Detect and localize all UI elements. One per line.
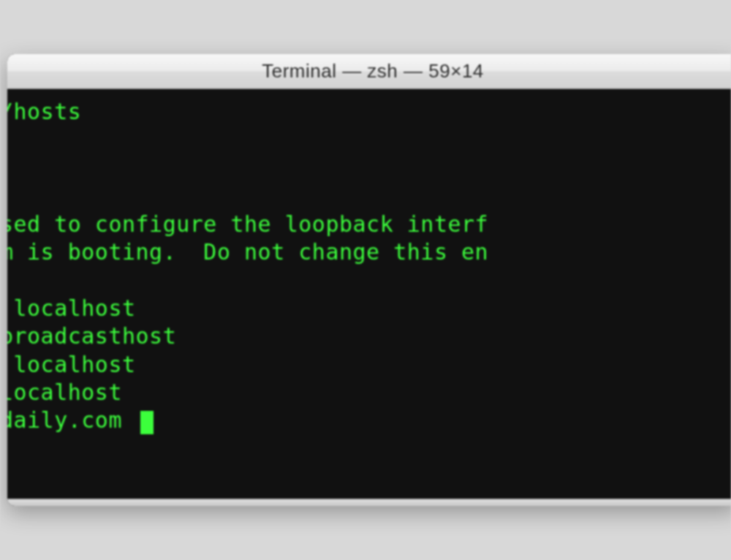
window-title: Terminal — zsh — 59×14 (262, 60, 484, 83)
terminal-window: Terminal — zsh — 59×14 at /etc/hosts tab… (7, 54, 731, 506)
terminal-line: e system is booting. Do not change this … (7, 239, 488, 265)
terminal-line: ool osxdaily.com (7, 407, 136, 433)
terminal-line: localhost (7, 295, 136, 321)
terminal-body[interactable]: at /etc/hosts tabase st is used to confi… (7, 89, 731, 499)
terminal-line: localhost (7, 352, 136, 377)
terminal-line: o0 localhost (7, 379, 122, 405)
terminal-line: 55.255 broadcasthost (7, 323, 176, 349)
title-bar[interactable]: Terminal — zsh — 59×14 (7, 54, 731, 89)
window-bottom-edge (7, 499, 731, 506)
terminal-line: at /etc/hosts (7, 99, 81, 124)
terminal-line: st is used to configure the loopback int… (7, 211, 488, 237)
cursor (140, 411, 154, 434)
